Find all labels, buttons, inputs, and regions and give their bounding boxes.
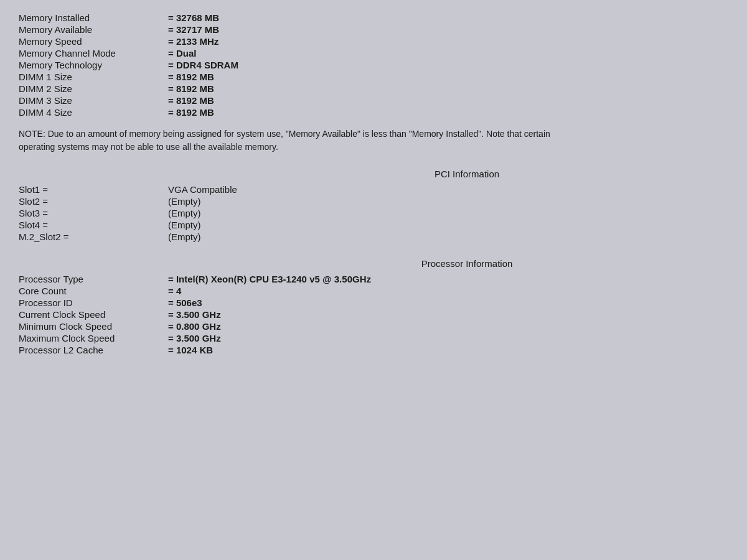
processor-value: = 3.500 GHz xyxy=(168,309,221,320)
memory-label: DIMM 2 Size xyxy=(19,83,168,94)
pci-label: Slot2 = xyxy=(19,196,168,207)
processor-row: Processor ID = 506e3 xyxy=(19,297,728,308)
memory-row: DIMM 1 Size = 8192 MB xyxy=(19,72,728,82)
memory-row: Memory Available = 32717 MB xyxy=(19,24,728,35)
pci-values-col: VGA Compatible(Empty)(Empty)(Empty)(Empt… xyxy=(168,184,728,243)
processor-row: Processor Type = Intel(R) Xeon(R) CPU E3… xyxy=(19,274,728,284)
memory-row: DIMM 3 Size = 8192 MB xyxy=(19,95,728,106)
pci-title: PCI Information xyxy=(19,169,728,179)
pci-label: Slot1 = xyxy=(19,184,168,195)
memory-value: = 8192 MB xyxy=(168,83,214,94)
memory-row: DIMM 4 Size = 8192 MB xyxy=(19,107,728,118)
pci-label: Slot4 = xyxy=(19,220,168,230)
processor-rows: Processor Type = Intel(R) Xeon(R) CPU E3… xyxy=(19,274,728,355)
processor-value: = Intel(R) Xeon(R) CPU E3-1240 v5 @ 3.50… xyxy=(168,274,371,284)
memory-row: Memory Speed = 2133 MHz xyxy=(19,36,728,47)
memory-row: Memory Installed = 32768 MB xyxy=(19,12,728,23)
processor-label: Current Clock Speed xyxy=(19,309,168,320)
note-section: NOTE: Due to an amount of memory being a… xyxy=(19,128,579,154)
processor-row: Current Clock Speed = 3.500 GHz xyxy=(19,309,728,320)
processor-value: = 506e3 xyxy=(168,297,202,308)
memory-value: = 32717 MB xyxy=(168,24,219,35)
memory-label: DIMM 4 Size xyxy=(19,107,168,118)
processor-row: Processor L2 Cache = 1024 KB xyxy=(19,345,728,355)
memory-row: Memory Channel Mode = Dual xyxy=(19,48,728,58)
processor-label: Processor Type xyxy=(19,274,168,284)
memory-label: DIMM 3 Size xyxy=(19,95,168,106)
processor-value: = 3.500 GHz xyxy=(168,333,221,343)
memory-label: Memory Installed xyxy=(19,12,168,23)
memory-value: = 8192 MB xyxy=(168,107,214,118)
processor-row: Minimum Clock Speed = 0.800 GHz xyxy=(19,321,728,332)
pci-labels-col: Slot1 =Slot2 =Slot3 =Slot4 =M.2_Slot2 = xyxy=(19,184,168,243)
memory-value: = Dual xyxy=(168,48,196,58)
memory-label: Memory Technology xyxy=(19,60,168,70)
processor-label: Processor ID xyxy=(19,297,168,308)
memory-row: Memory Technology = DDR4 SDRAM xyxy=(19,60,728,70)
memory-label: DIMM 1 Size xyxy=(19,72,168,82)
pci-value: (Empty) xyxy=(168,220,728,230)
memory-label: Memory Speed xyxy=(19,36,168,47)
memory-value: = 8192 MB xyxy=(168,95,214,106)
memory-value: = 32768 MB xyxy=(168,12,219,23)
processor-section: Processor Information Processor Type = I… xyxy=(19,258,728,355)
pci-value: (Empty) xyxy=(168,231,728,242)
processor-row: Maximum Clock Speed = 3.500 GHz xyxy=(19,333,728,343)
pci-rows: Slot1 =Slot2 =Slot3 =Slot4 =M.2_Slot2 =V… xyxy=(19,184,728,243)
pci-value: (Empty) xyxy=(168,196,728,207)
memory-value: = DDR4 SDRAM xyxy=(168,60,238,70)
processor-label: Core Count xyxy=(19,286,168,296)
processor-row: Core Count = 4 xyxy=(19,286,728,296)
pci-value: (Empty) xyxy=(168,208,728,218)
processor-label: Processor L2 Cache xyxy=(19,345,168,355)
processor-value: = 4 xyxy=(168,286,181,296)
processor-label: Minimum Clock Speed xyxy=(19,321,168,332)
memory-label: Memory Available xyxy=(19,24,168,35)
memory-label: Memory Channel Mode xyxy=(19,48,168,58)
processor-value: = 0.800 GHz xyxy=(168,321,221,332)
processor-value: = 1024 KB xyxy=(168,345,213,355)
memory-value: = 2133 MHz xyxy=(168,36,218,47)
memory-section: Memory Installed = 32768 MB Memory Avail… xyxy=(19,12,728,118)
memory-row: DIMM 2 Size = 8192 MB xyxy=(19,83,728,94)
pci-label: Slot3 = xyxy=(19,208,168,218)
main-page: Memory Installed = 32768 MB Memory Avail… xyxy=(0,0,747,560)
memory-value: = 8192 MB xyxy=(168,72,214,82)
pci-label: M.2_Slot2 = xyxy=(19,231,168,242)
pci-section: PCI Information Slot1 =Slot2 =Slot3 =Slo… xyxy=(19,169,728,243)
pci-value: VGA Compatible xyxy=(168,184,728,195)
processor-title: Processor Information xyxy=(19,258,728,269)
processor-label: Maximum Clock Speed xyxy=(19,333,168,343)
